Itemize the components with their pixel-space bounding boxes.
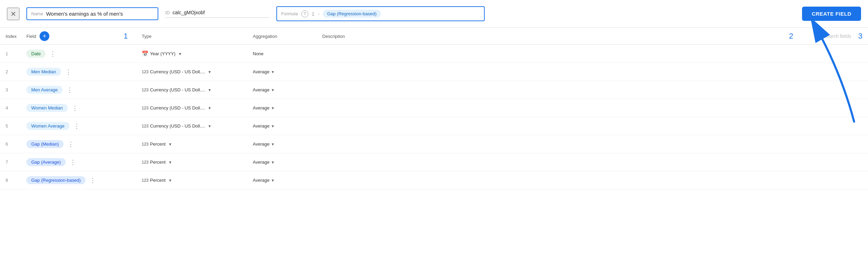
field-badge-3[interactable]: Men Average — [26, 86, 62, 94]
step-2-label: 2 — [789, 32, 793, 41]
id-value[interactable]: calc_gMOjxobf — [173, 10, 205, 15]
aggregation-dropdown-arrow[interactable]: ▼ — [271, 70, 275, 74]
type-dropdown-arrow-7[interactable]: ▼ — [168, 160, 172, 164]
cell-aggregation-1: None — [253, 51, 322, 56]
step-3-label: 3 — [858, 32, 862, 41]
field-badge-5[interactable]: Women Average — [26, 122, 69, 130]
field-badge-2[interactable]: Men Median — [26, 68, 61, 76]
name-value[interactable]: Women's earnings as % of men's — [46, 11, 123, 17]
cell-index-3: 3 — [6, 87, 26, 92]
cell-type-1: 📅 Year (YYYY) ▼ — [142, 50, 253, 57]
field-badge-4[interactable]: Women Median — [26, 104, 68, 112]
cell-index-2: 2 — [6, 69, 26, 74]
field-menu-8[interactable]: ⋮ — [88, 176, 97, 185]
cell-index-7: 7 — [6, 160, 26, 165]
aggregation-dropdown-arrow[interactable]: ▼ — [271, 88, 275, 92]
cell-type-6: 123 Percent ▼ — [142, 141, 253, 147]
numeric-icon: 123 — [142, 178, 149, 183]
type-dropdown-arrow-2[interactable]: ▼ — [208, 70, 211, 74]
cell-type-2: 123 Currency (USD - US Doll.... ▼ — [142, 69, 253, 74]
header-index: Index — [6, 34, 26, 39]
formula-tag[interactable]: Gap (Regression-based) — [323, 10, 381, 18]
aggregation-value: Average — [253, 160, 269, 165]
table-row: 1 Date ⋮ 📅 Year (YYYY) ▼ None — [0, 45, 868, 63]
close-button[interactable]: ✕ — [7, 8, 19, 20]
cell-aggregation-4: Average ▼ — [253, 105, 322, 111]
name-field-wrapper: Name Women's earnings as % of men's — [26, 7, 158, 20]
search-placeholder: Search fields — [823, 33, 851, 39]
formula-help-icon[interactable]: ? — [301, 10, 308, 17]
cell-index-4: 4 — [6, 105, 26, 111]
add-field-button[interactable]: + — [40, 31, 49, 41]
type-text-6: Percent — [150, 141, 166, 147]
cell-type-5: 123 Currency (USD - US Doll.... ▼ — [142, 123, 253, 129]
type-text-5: Currency (USD - US Doll.... — [150, 123, 205, 129]
header-field: Field + — [26, 31, 117, 41]
header-type: Type — [142, 34, 253, 39]
table-row: 6 Gap (Median) ⋮ 123 Percent ▼ Average ▼ — [0, 135, 868, 153]
cell-type-4: 123 Currency (USD - US Doll.... ▼ — [142, 105, 253, 111]
type-dropdown-arrow-1[interactable]: ▼ — [178, 52, 182, 56]
type-dropdown-arrow-6[interactable]: ▼ — [168, 142, 172, 146]
aggregation-value: None — [253, 51, 264, 56]
aggregation-dropdown-arrow[interactable]: ▼ — [271, 142, 275, 146]
cell-index-6: 6 — [6, 141, 26, 147]
cell-aggregation-3: Average ▼ — [253, 87, 322, 92]
numeric-icon: 123 — [142, 160, 149, 165]
formula-label: Formula — [281, 11, 298, 16]
field-badge-8[interactable]: Gap (Regression-based) — [26, 176, 85, 184]
type-text-8: Percent — [150, 178, 166, 183]
type-dropdown-arrow-8[interactable]: ▼ — [168, 178, 172, 182]
field-menu-6[interactable]: ⋮ — [66, 140, 75, 149]
field-menu-1[interactable]: ⋮ — [48, 49, 57, 58]
field-menu-5[interactable]: ⋮ — [72, 122, 81, 131]
aggregation-dropdown-arrow[interactable]: ▼ — [271, 178, 275, 182]
aggregation-dropdown-arrow[interactable]: ▼ — [271, 106, 275, 110]
type-dropdown-arrow-3[interactable]: ▼ — [208, 88, 211, 92]
cell-type-3: 123 Currency (USD - US Doll.... ▼ — [142, 87, 253, 92]
field-menu-2[interactable]: ⋮ — [64, 67, 73, 76]
main-content: Index Field + 1 Type Aggregation Descrip… — [0, 28, 868, 253]
aggregation-value: Average — [253, 141, 269, 147]
table-row: 2 Men Median ⋮ 123 Currency (USD - US Do… — [0, 63, 868, 81]
top-bar: ✕ Name Women's earnings as % of men's ID… — [0, 0, 868, 28]
aggregation-value: Average — [253, 123, 269, 129]
table-row: 5 Women Average ⋮ 123 Currency (USD - US… — [0, 117, 868, 135]
search-icon[interactable]: 🔍 — [814, 33, 821, 40]
cell-aggregation-8: Average ▼ — [253, 178, 322, 183]
numeric-icon: 123 — [142, 88, 149, 92]
table-row: 4 Women Median ⋮ 123 Currency (USD - US … — [0, 99, 868, 117]
type-text-4: Currency (USD - US Doll.... — [150, 105, 205, 111]
cell-field-5: Women Average ⋮ — [26, 122, 117, 131]
cell-index-5: 5 — [6, 123, 26, 129]
field-badge-6[interactable]: Gap (Median) — [26, 140, 64, 148]
field-menu-4[interactable]: ⋮ — [70, 104, 80, 113]
header-description: Description — [322, 34, 789, 39]
field-badge-1[interactable]: Date — [26, 50, 45, 58]
cell-aggregation-2: Average ▼ — [253, 69, 322, 74]
field-badge-7[interactable]: Gap (Average) — [26, 158, 66, 166]
cell-field-2: Men Median ⋮ — [26, 67, 117, 76]
aggregation-dropdown-arrow[interactable]: ▼ — [271, 160, 275, 164]
field-menu-7[interactable]: ⋮ — [68, 158, 77, 167]
formula-dash: - — [318, 11, 319, 17]
numeric-icon: 123 — [142, 142, 149, 147]
cell-index-1: 1 — [6, 51, 26, 56]
numeric-icon: 123 — [142, 106, 149, 111]
table-row: 3 Men Average ⋮ 123 Currency (USD - US D… — [0, 81, 868, 99]
numeric-icon: 123 — [142, 124, 149, 129]
id-field-wrapper: ID calc_gMOjxobf — [165, 10, 269, 18]
aggregation-dropdown-arrow[interactable]: ▼ — [271, 124, 275, 128]
table-row: 8 Gap (Regression-based) ⋮ 123 Percent ▼… — [0, 171, 868, 189]
create-field-button[interactable]: CREATE FIELD — [802, 7, 861, 21]
type-text-1: Year (YYYY) — [150, 51, 175, 56]
field-menu-3[interactable]: ⋮ — [65, 85, 74, 95]
close-icon: ✕ — [10, 10, 16, 18]
cell-field-6: Gap (Median) ⋮ — [26, 140, 117, 149]
cell-field-8: Gap (Regression-based) ⋮ — [26, 176, 117, 185]
type-dropdown-arrow-5[interactable]: ▼ — [208, 124, 211, 128]
cell-index-8: 8 — [6, 178, 26, 183]
formula-number: 1 — [312, 11, 315, 17]
type-dropdown-arrow-4[interactable]: ▼ — [208, 106, 211, 110]
header-aggregation: Aggregation — [253, 34, 322, 39]
